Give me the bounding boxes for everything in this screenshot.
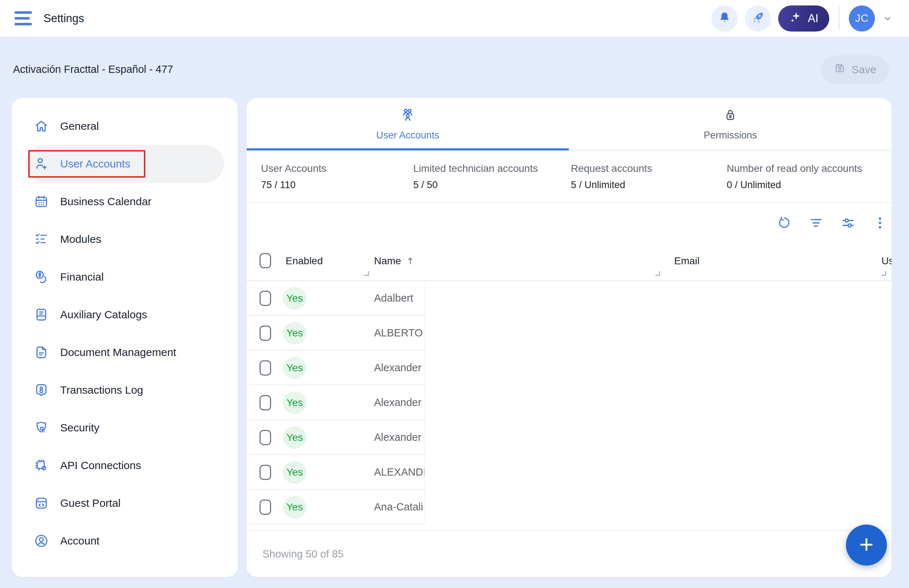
kebab-icon (872, 215, 888, 232)
company-title: Activación Fracttal - Español - 477 (13, 63, 173, 75)
table-row[interactable]: Yes ALEXANDI (247, 455, 891, 490)
user-name: Alexander (374, 431, 425, 443)
row-checkbox[interactable] (260, 465, 271, 480)
stat-user-accounts: User Accounts 75 / 110 (261, 151, 326, 202)
user-name: Alexander (374, 362, 425, 374)
sidebar-item-api-connections[interactable]: API Connections (25, 447, 224, 484)
notifications-button[interactable] (712, 5, 738, 32)
bell-icon (717, 11, 732, 26)
user-name: Alexander (374, 397, 425, 409)
sidebar-item-label: Document Management (60, 346, 176, 359)
stat-value: 5 / Unlimited (571, 179, 652, 191)
column-resize-handle[interactable] (364, 271, 369, 276)
enabled-badge: Yes (283, 391, 307, 414)
filter-icon (808, 215, 824, 232)
enabled-badge: Yes (283, 287, 307, 310)
table-row[interactable]: Yes Alexander (247, 420, 891, 455)
sidebar-item-label: Security (60, 422, 99, 434)
sidebar-item-label: Business Calendar (60, 195, 152, 208)
lock-icon (722, 107, 739, 125)
sidebar-item-guest-portal[interactable]: Guest Portal (25, 484, 224, 522)
table-footer: Showing 50 of 85 (247, 530, 891, 577)
toolbar-button-filter[interactable] (805, 212, 828, 235)
stat-label: Number of read only accounts (727, 163, 862, 174)
user-add-icon (33, 156, 49, 172)
calendar-icon (33, 194, 49, 210)
sidebar-item-label: Financial (60, 271, 104, 283)
sidebar-item-auxiliary-catalogs[interactable]: Auxiliary Catalogs (25, 296, 224, 333)
sidebar-item-label: Transactions Log (60, 384, 143, 396)
stat-label: User Accounts (261, 163, 326, 174)
sidebar-item-modules[interactable]: Modules (25, 220, 224, 258)
sidebar-item-user-accounts[interactable]: User Accounts (25, 145, 224, 183)
user-name: Ana-Catali (374, 501, 425, 513)
select-all-checkbox[interactable] (260, 253, 271, 268)
table-row[interactable]: Yes Adalbert (247, 281, 891, 316)
rocket-icon (751, 11, 765, 26)
chevron-down-icon[interactable] (882, 13, 893, 24)
sidebar-item-document-management[interactable]: Document Management (25, 333, 224, 371)
sidebar-item-label: Auxiliary Catalogs (60, 309, 147, 321)
save-button[interactable]: Save (821, 55, 889, 84)
save-label: Save (852, 63, 877, 76)
sidebar-item-general[interactable]: General (25, 107, 224, 145)
document-icon (33, 344, 49, 360)
row-checkbox[interactable] (260, 395, 271, 410)
enabled-badge: Yes (283, 426, 307, 449)
row-checkbox[interactable] (260, 430, 271, 445)
column-header-email[interactable]: Email (674, 255, 699, 267)
row-checkbox[interactable] (260, 291, 271, 306)
sidebar-item-account[interactable]: Account (25, 522, 224, 560)
table-toolbar (247, 203, 891, 244)
row-checkbox[interactable] (260, 499, 271, 515)
user-name: Adalbert (374, 292, 425, 304)
sort-ascending-icon[interactable] (405, 255, 416, 267)
toolbar-button-sliders[interactable] (836, 212, 860, 235)
toolbar-button-refresh[interactable] (773, 212, 796, 235)
tab-user-accounts[interactable]: User Accounts (247, 98, 569, 150)
coin-icon (33, 269, 49, 285)
sidebar-item-label: Modules (60, 233, 101, 246)
home-icon (33, 118, 49, 134)
settings-sidebar: General User Accounts Business Calendar … (11, 98, 238, 577)
group-icon (399, 107, 416, 125)
whats-new-button[interactable] (745, 5, 771, 32)
sidebar-item-financial[interactable]: Financial (25, 258, 224, 296)
ai-assistant-button[interactable]: AI (778, 5, 829, 32)
topbar-divider (839, 6, 840, 31)
sidebar-item-security[interactable]: Security (25, 409, 224, 447)
column-resize-handle[interactable] (882, 271, 886, 276)
column-header-user[interactable]: Use (882, 255, 891, 267)
page-title: Settings (44, 12, 84, 25)
table-row[interactable]: Yes Ana-Catali (247, 490, 891, 525)
toolbar-button-kebab[interactable] (869, 212, 891, 235)
table-row[interactable]: Yes ALBERTO S (247, 316, 891, 351)
log-badge-icon (33, 382, 49, 398)
row-checkbox[interactable] (260, 326, 271, 341)
user-accounts-panel: User Accounts Permissions User Accounts … (247, 98, 891, 577)
tab-permissions[interactable]: Permissions (569, 98, 891, 150)
enabled-badge: Yes (283, 496, 307, 519)
table-row[interactable]: Yes Alexander (247, 385, 891, 420)
topbar: Settings AI JC (0, 0, 909, 37)
sidebar-item-label: Account (60, 535, 99, 547)
add-user-button[interactable]: + (846, 525, 887, 565)
menu-icon[interactable] (15, 11, 32, 25)
stat-value: 0 / Unlimited (727, 179, 862, 191)
catalog-icon (33, 307, 49, 323)
sparkle-icon (789, 11, 802, 26)
avatar[interactable]: JC (849, 5, 875, 32)
table-row[interactable]: Yes Alexander (247, 351, 891, 385)
enabled-badge: Yes (283, 357, 307, 379)
column-resize-handle[interactable] (655, 271, 660, 276)
sidebar-item-business-calendar[interactable]: Business Calendar (25, 183, 224, 220)
sidebar-item-transactions-log[interactable]: Transactions Log (25, 371, 224, 409)
sidebar-item-label: API Connections (60, 459, 141, 472)
stat-value: 75 / 110 (261, 179, 326, 191)
portal-icon (33, 495, 49, 511)
row-checkbox[interactable] (260, 360, 271, 376)
stat-label: Limited technician accounts (413, 163, 538, 174)
column-header-name[interactable]: Name (374, 255, 416, 267)
ai-label: AI (808, 12, 819, 25)
column-header-enabled[interactable]: Enabled (286, 255, 323, 267)
